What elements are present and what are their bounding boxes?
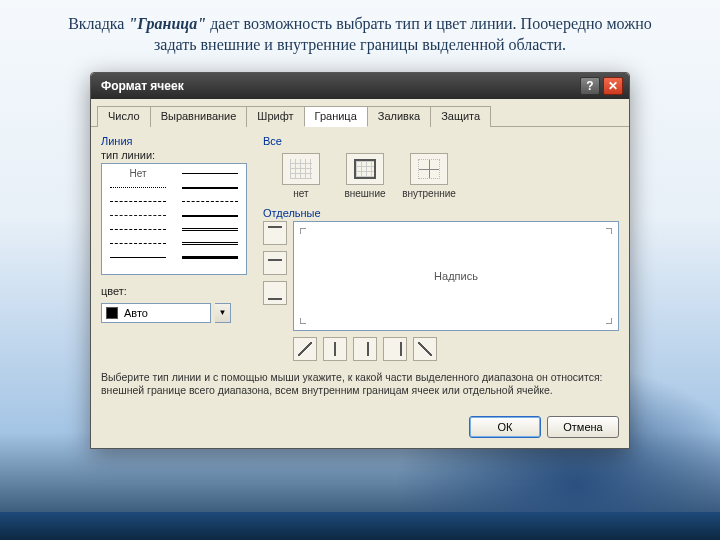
border-right-icon — [388, 342, 402, 356]
color-label: цвет: — [101, 285, 251, 297]
line-style-sample-icon — [110, 257, 166, 258]
line-style-sample-icon — [110, 229, 166, 230]
ok-button[interactable]: ОК — [469, 416, 541, 438]
line-style-option[interactable] — [174, 237, 246, 251]
border-middle-h-icon — [268, 259, 282, 273]
caption-em: "Граница" — [128, 15, 206, 32]
presets-group-label: Все — [263, 135, 619, 147]
line-style-sample-icon — [182, 201, 238, 202]
border-middle-v-button[interactable] — [353, 337, 377, 361]
border-diag-up-icon — [298, 342, 312, 356]
line-style-option[interactable] — [102, 209, 174, 223]
border-left-icon — [334, 342, 336, 356]
preview-corner-icon — [606, 228, 612, 234]
line-style-option[interactable] — [174, 167, 246, 181]
preset-inside-icon — [418, 159, 440, 179]
border-top-button[interactable] — [263, 221, 287, 245]
border-middle-h-button[interactable] — [263, 251, 287, 275]
titlebar[interactable]: Формат ячеек ? ✕ — [91, 73, 629, 99]
tab-align[interactable]: Выравнивание — [150, 106, 248, 127]
line-group-label: Линия — [101, 135, 251, 147]
close-icon: ✕ — [608, 79, 618, 93]
color-swatch-icon — [106, 307, 118, 319]
preview-corner-icon — [300, 228, 306, 234]
border-bottom-icon — [268, 286, 282, 300]
line-style-option[interactable] — [174, 223, 246, 237]
close-button[interactable]: ✕ — [603, 77, 623, 95]
line-style-sample-icon — [182, 242, 238, 245]
line-style-sample-icon — [182, 173, 238, 174]
caption-pre: Вкладка — [68, 15, 128, 32]
preset-inside-button[interactable] — [410, 153, 448, 185]
color-select[interactable]: Авто — [101, 303, 211, 323]
cancel-button[interactable]: Отмена — [547, 416, 619, 438]
border-diag-down-icon — [418, 342, 432, 356]
line-style-option[interactable] — [174, 181, 246, 195]
chevron-down-icon: ▼ — [219, 308, 227, 317]
separate-group-label: Отдельные — [263, 207, 619, 219]
tab-number[interactable]: Число — [97, 106, 151, 127]
color-value: Авто — [124, 307, 148, 319]
format-cells-dialog: Формат ячеек ? ✕ Число Выравнивание Шриф… — [90, 72, 630, 449]
preview-corner-icon — [300, 318, 306, 324]
caption-post: дает возможность выбрать тип и цвет лини… — [154, 15, 652, 53]
line-style-list[interactable]: Нет — [101, 163, 247, 275]
line-style-none-label: Нет — [129, 168, 146, 179]
preview-corner-icon — [606, 318, 612, 324]
line-style-option[interactable] — [174, 251, 246, 265]
line-style-sample-icon — [182, 215, 238, 217]
line-style-sample-icon — [182, 187, 238, 189]
border-middle-v-icon — [367, 342, 369, 356]
line-style-option[interactable] — [102, 223, 174, 237]
line-style-option[interactable] — [174, 209, 246, 223]
hint-text: Выберите тип линии и с помощью мыши укаж… — [101, 371, 619, 398]
tab-protect[interactable]: Защита — [430, 106, 491, 127]
tab-border[interactable]: Граница — [304, 106, 368, 127]
preset-none-label: нет — [293, 188, 308, 199]
line-type-label: тип линии: — [101, 149, 251, 161]
line-style-sample-icon — [182, 256, 238, 259]
line-style-sample-icon — [110, 215, 166, 216]
line-style-option[interactable] — [102, 195, 174, 209]
line-style-option[interactable]: Нет — [102, 167, 174, 181]
line-style-sample-icon — [110, 187, 166, 188]
border-diag-up-button[interactable] — [293, 337, 317, 361]
preset-outline-icon — [354, 159, 376, 179]
preview-label: Надпись — [434, 270, 478, 282]
color-dropdown-button[interactable]: ▼ — [215, 303, 231, 323]
preset-inside-label: внутренние — [402, 188, 456, 199]
tab-strip: Число Выравнивание Шрифт Граница Заливка… — [91, 99, 629, 127]
tab-fill[interactable]: Заливка — [367, 106, 431, 127]
border-left-button[interactable] — [323, 337, 347, 361]
line-style-sample-icon — [110, 201, 166, 202]
line-style-option[interactable] — [102, 237, 174, 251]
dialog-title: Формат ячеек — [101, 79, 577, 93]
preset-outline-button[interactable] — [346, 153, 384, 185]
preset-none-button[interactable] — [282, 153, 320, 185]
border-bottom-button[interactable] — [263, 281, 287, 305]
border-preview[interactable]: Надпись — [293, 221, 619, 331]
slide-caption: Вкладка "Граница" дает возможность выбра… — [0, 0, 720, 66]
preset-none-icon — [290, 159, 312, 179]
line-style-option[interactable] — [174, 195, 246, 209]
preset-outline-label: внешние — [344, 188, 385, 199]
help-icon: ? — [586, 79, 593, 93]
help-button[interactable]: ? — [580, 77, 600, 95]
line-style-option[interactable] — [102, 251, 174, 265]
dialog-buttons: ОК Отмена — [91, 408, 629, 448]
border-diag-down-button[interactable] — [413, 337, 437, 361]
line-style-sample-icon — [182, 228, 238, 231]
line-style-sample-icon — [110, 243, 166, 244]
line-style-option[interactable] — [102, 181, 174, 195]
border-top-icon — [268, 226, 282, 240]
tab-font[interactable]: Шрифт — [246, 106, 304, 127]
border-right-button[interactable] — [383, 337, 407, 361]
